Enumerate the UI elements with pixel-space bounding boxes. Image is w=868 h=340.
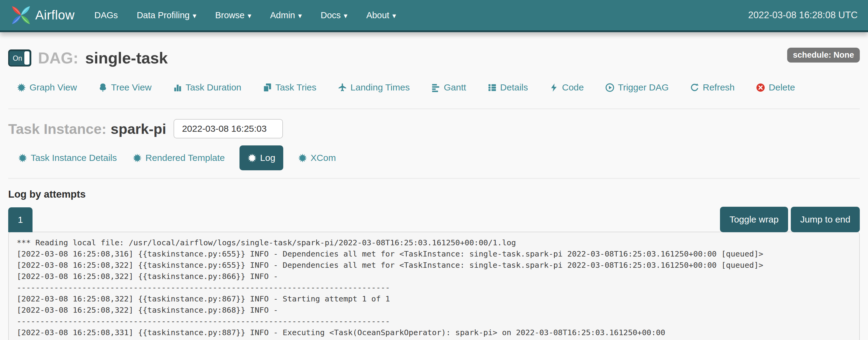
log-line: [2022-03-08 16:25:08,322] {{taskinstance…	[17, 271, 851, 282]
tab-label: Graph View	[29, 82, 77, 93]
caret-down-icon: ▾	[248, 12, 251, 20]
nav-item-label: Data Profiling	[137, 10, 190, 20]
tab-label: Details	[500, 82, 528, 93]
nav-item-browse[interactable]: Browse ▾	[206, 0, 261, 30]
divider	[8, 108, 860, 109]
log-line: *** Reading local file: /usr/local/airfl…	[17, 237, 851, 248]
burst-icon	[247, 153, 257, 163]
tab-details[interactable]: Details	[488, 82, 528, 93]
dag-view-nav: Graph View Tree View Task Duration Task …	[8, 82, 860, 93]
nav-item-admin[interactable]: Admin ▾	[261, 0, 311, 30]
dag-title-prefix: DAG:	[38, 49, 79, 67]
airflow-logo-icon	[8, 3, 33, 28]
jump-to-end-button[interactable]: Jump to end	[791, 207, 860, 232]
nav-item-dags[interactable]: DAGs	[85, 0, 127, 30]
list-icon	[488, 83, 497, 92]
tab-xcom[interactable]: XCom	[297, 153, 337, 163]
tab-code[interactable]: Code	[549, 82, 584, 93]
tab-trigger-dag[interactable]: Trigger DAG	[605, 82, 669, 93]
log-line: ----------------------------------------…	[17, 316, 851, 327]
top-navbar: Airflow DAGs Data Profiling ▾ Browse ▾ A…	[0, 0, 868, 32]
tab-task-tries[interactable]: Task Tries	[262, 82, 316, 93]
tab-landing-times[interactable]: Landing Times	[338, 82, 410, 93]
caret-down-icon: ▾	[193, 12, 196, 20]
nav-item-label: DAGs	[95, 10, 118, 20]
tab-delete[interactable]: Delete	[756, 82, 795, 93]
schedule-badge: schedule: None	[787, 48, 860, 63]
nav-item-label: About	[366, 10, 389, 20]
bolt-icon	[549, 83, 559, 92]
log-actions: Toggle wrap Jump to end	[720, 207, 860, 232]
burst-icon	[132, 153, 142, 163]
refresh-icon	[690, 83, 699, 92]
nav-item-docs[interactable]: Docs ▾	[311, 0, 357, 30]
burst-icon	[298, 153, 307, 163]
task-name: spark-pi	[111, 121, 166, 137]
tab-label: Landing Times	[350, 82, 410, 93]
task-instance-nav: Task Instance Details Rendered Template …	[8, 145, 860, 170]
tab-label: Task Tries	[275, 82, 316, 93]
tab-task-duration[interactable]: Task Duration	[173, 82, 241, 93]
tab-log[interactable]: Log	[240, 145, 283, 170]
brand-name: Airflow	[35, 8, 75, 23]
nav-item-data-profiling[interactable]: Data Profiling ▾	[127, 0, 206, 30]
log-line: [2022-03-08 16:25:08,331] {{taskinstance…	[17, 327, 851, 338]
bar-chart-icon	[173, 83, 182, 92]
navbar-menu: DAGs Data Profiling ▾ Browse ▾ Admin ▾ D…	[85, 0, 405, 30]
tab-refresh[interactable]: Refresh	[690, 82, 735, 93]
execution-date-input[interactable]	[174, 119, 283, 138]
burst-icon	[17, 83, 26, 92]
tab-label: Log	[260, 153, 275, 163]
tab-rendered-template[interactable]: Rendered Template	[131, 153, 226, 163]
dag-name: single-task	[85, 49, 168, 67]
utc-clock: 2022-03-08 16:28:08 UTC	[748, 10, 860, 21]
log-line: [2022-03-08 16:25:08,322] {{taskinstance…	[17, 260, 851, 271]
tab-label: Task Duration	[186, 82, 241, 93]
tab-gantt[interactable]: Gantt	[431, 82, 466, 93]
nav-item-label: Docs	[321, 10, 341, 20]
dag-pause-toggle[interactable]: On	[8, 49, 31, 66]
plane-icon	[338, 83, 347, 92]
task-instance-row: Task Instance: spark-pi	[8, 119, 860, 138]
tab-label: Tree View	[111, 82, 151, 93]
attempt-row: 1 Toggle wrap Jump to end	[8, 207, 860, 232]
duplicate-icon	[262, 83, 272, 92]
airflow-brand[interactable]: Airflow	[8, 3, 75, 28]
attempt-1-tab[interactable]: 1	[8, 207, 33, 232]
tab-task-instance-details[interactable]: Task Instance Details	[17, 153, 118, 163]
log-line: ----------------------------------------…	[17, 282, 851, 293]
tab-label: Gantt	[444, 82, 466, 93]
tab-label: Delete	[769, 82, 795, 93]
task-instance-label: Task Instance:	[8, 121, 106, 137]
tab-label: Code	[562, 82, 584, 93]
nav-item-about[interactable]: About ▾	[357, 0, 405, 30]
caret-down-icon: ▾	[344, 12, 347, 20]
nav-item-label: Browse	[215, 10, 245, 20]
caret-down-icon: ▾	[298, 12, 302, 20]
play-circle-icon	[605, 83, 615, 92]
tab-graph-view[interactable]: Graph View	[17, 82, 77, 93]
toggle-knob	[24, 51, 29, 65]
log-line: [2022-03-08 16:25:08,322] {{taskinstance…	[17, 293, 851, 304]
tab-tree-view[interactable]: Tree View	[98, 82, 151, 93]
nav-item-label: Admin	[270, 10, 295, 20]
burst-icon	[18, 153, 27, 163]
log-line: [2022-03-08 16:25:08,316] {{taskinstance…	[17, 248, 851, 260]
tab-label: XCom	[311, 153, 336, 163]
page-title: DAG: single-task	[38, 49, 168, 67]
remove-circle-icon	[756, 83, 765, 92]
tab-label: Rendered Template	[145, 153, 225, 163]
log-line: [2022-03-08 16:25:08,322] {{taskinstance…	[17, 304, 851, 316]
toggle-on-label: On	[13, 54, 22, 63]
tree-icon	[98, 83, 107, 92]
tab-label: Refresh	[703, 82, 735, 93]
toggle-wrap-button[interactable]: Toggle wrap	[720, 207, 788, 232]
divider	[8, 178, 860, 179]
dag-header: On DAG: single-task schedule: None	[8, 49, 860, 67]
log-output[interactable]: *** Reading local file: /usr/local/airfl…	[8, 232, 860, 340]
caret-down-icon: ▾	[392, 12, 396, 20]
tab-label: Trigger DAG	[618, 82, 669, 93]
log-section-heading: Log by attempts	[8, 189, 860, 200]
align-left-icon	[431, 83, 440, 92]
tab-label: Task Instance Details	[31, 153, 117, 163]
